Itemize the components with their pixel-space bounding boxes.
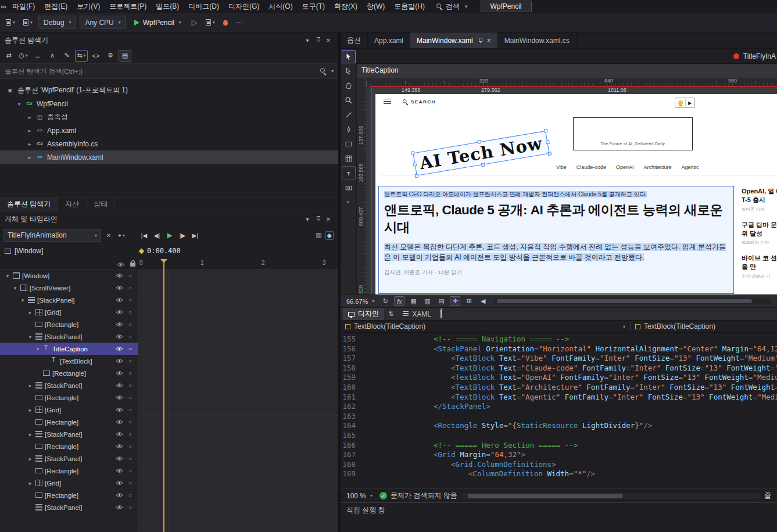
timeline-node[interactable]: ▸[StackPanel]○ — [0, 452, 138, 465]
refresh-designer-icon[interactable]: ↻ — [380, 296, 391, 306]
timeline-grid[interactable] — [138, 269, 338, 532]
camera-tool-icon[interactable] — [342, 181, 356, 194]
timeline-node[interactable]: [Rectangle]○ — [0, 440, 138, 452]
visibility-eye-icon[interactable] — [116, 480, 126, 486]
menu-item[interactable]: 파일(F) — [8, 0, 40, 13]
close-icon[interactable]: × — [487, 37, 491, 45]
artboard-nav-item[interactable]: Architecture — [643, 164, 671, 170]
visibility-eye-icon[interactable] — [116, 383, 126, 388]
animated-title-element[interactable]: AI Tech Now — [413, 131, 549, 176]
show-grid-icon[interactable]: ▦ — [408, 296, 418, 306]
timeline-node[interactable]: [Rectangle]○ — [0, 465, 138, 477]
menu-item[interactable]: 도구(T) — [298, 0, 330, 13]
selection-tool-icon[interactable] — [342, 50, 356, 63]
code-line[interactable]: 159<TextBlock Text="OpenAI" FontFamily="… — [341, 373, 777, 383]
hot-reload-button[interactable] — [221, 18, 230, 27]
opacity-dot-icon[interactable]: ○ — [128, 431, 138, 437]
member-dropdown[interactable]: TextBlock(TitleCaption) — [631, 321, 777, 332]
scope-label[interactable]: [Window] — [15, 247, 43, 255]
pending-changes-filter-icon[interactable]: ◷▾ — [17, 50, 30, 62]
timeline-node[interactable]: [Rectangle]○ — [0, 367, 138, 379]
code-line[interactable]: 165 — [341, 431, 777, 441]
opacity-dot-icon[interactable]: ○ — [128, 504, 138, 511]
timeline-node[interactable]: ▾[ScrollViewer]○ — [0, 282, 138, 294]
menu-item[interactable]: 창(W) — [362, 0, 389, 13]
resize-handle[interactable] — [413, 163, 417, 167]
expander-icon[interactable]: ▾ — [20, 297, 26, 303]
menu-item[interactable]: 서식(O) — [264, 0, 297, 13]
code-line[interactable]: 161<TextBlock Text="Agentic" FontFamily=… — [341, 393, 777, 402]
masthead-box[interactable]: The Future of AI, Delivered Daily — [573, 117, 693, 150]
visibility-eye-icon[interactable] — [116, 334, 126, 339]
solution-search-box[interactable]: ▾ — [0, 64, 338, 79]
expander-icon[interactable]: ▸ — [27, 456, 33, 462]
resize-handle[interactable] — [477, 140, 481, 144]
visibility-eye-icon[interactable] — [116, 297, 126, 303]
timeline-node[interactable]: ▸[StackPanel]○ — [0, 379, 138, 391]
effects-toggle-icon[interactable]: fx — [394, 296, 404, 306]
visibility-eye-icon[interactable] — [116, 407, 126, 412]
playhead-line[interactable] — [163, 261, 164, 532]
artboard-search[interactable]: SEARCH — [402, 99, 436, 105]
designer-zoom-combo[interactable]: 66.67%▾ — [344, 298, 377, 305]
timeline-node[interactable]: ▾[StackPanel]○ — [0, 294, 138, 306]
chevron-down-icon[interactable]: ▾ — [331, 69, 334, 74]
opacity-dot-icon[interactable]: ○ — [128, 443, 138, 450]
resize-handle[interactable] — [481, 163, 485, 167]
opacity-dot-icon[interactable]: ○ — [128, 382, 138, 389]
gridlines-icon[interactable]: ▤ — [436, 296, 446, 306]
solution-item[interactable]: ▾C#WpfPencil — [0, 97, 338, 110]
expander-icon[interactable]: ▾ — [35, 346, 41, 352]
timeline-node[interactable]: [Rectangle]○ — [0, 318, 138, 330]
layout-grid-tool-icon[interactable] — [342, 152, 356, 165]
scrollbar-thumb[interactable] — [497, 299, 752, 303]
expander-icon[interactable]: ▾ — [5, 273, 10, 279]
swap-panes-button[interactable]: ⇅ — [385, 310, 396, 318]
menu-item[interactable]: 디자인(G) — [224, 0, 264, 13]
menu-item[interactable]: 편집(E) — [40, 0, 72, 13]
panel-tab[interactable]: 상태 — [87, 197, 115, 211]
solution-item[interactable]: ▸C#AssemblyInfo.cs — [0, 137, 338, 150]
pin-icon[interactable] — [477, 37, 483, 44]
visibility-eye-icon[interactable] — [116, 358, 126, 364]
play-button[interactable]: ▶ — [165, 231, 174, 239]
opacity-dot-icon[interactable]: ○ — [128, 419, 138, 425]
storyboard-combo[interactable]: TitleFlyInAnimation ▾ — [3, 229, 101, 242]
expander-icon[interactable]: ▾ — [27, 334, 33, 340]
close-storyboard-button[interactable]: ✕ — [103, 230, 114, 240]
artboard-nav-item[interactable]: Claude-code — [577, 164, 606, 170]
designer-suggestions-badge[interactable]: ▶ — [675, 98, 695, 108]
save-all-button[interactable]: ▾ — [21, 17, 35, 27]
opacity-dot-icon[interactable]: ○ — [128, 321, 138, 328]
properties-icon[interactable]: ⚙ — [104, 50, 117, 62]
solution-item[interactable]: ▸◫종속성 — [0, 110, 338, 124]
opacity-dot-icon[interactable]: ○ — [128, 455, 138, 462]
track-active-item-icon[interactable]: ✎ — [60, 50, 73, 62]
collapse-all-icon[interactable]: ∧ — [46, 50, 59, 62]
code-line[interactable]: 168<Grid.ColumnDefinitions> — [341, 460, 777, 470]
visibility-eye-icon[interactable] — [116, 285, 126, 290]
artboard[interactable]: SEARCH ▶ The Future of AI, Delivered Dai… — [375, 94, 777, 294]
start-without-debugging-button[interactable]: ▷ — [189, 16, 200, 28]
solution-platform-combo[interactable]: Any CPU▾ — [80, 16, 126, 29]
chevron-down-icon[interactable]: ▾ — [302, 216, 313, 222]
attach-process-button[interactable]: ▾ — [203, 17, 217, 27]
editor-horizontal-scrollbar[interactable] — [462, 493, 760, 499]
document-tab[interactable]: 옵션 — [341, 33, 368, 48]
recording-dot-icon[interactable] — [733, 53, 739, 59]
type-dropdown[interactable]: TextBlock(TitleCaption) ▾ — [341, 321, 630, 332]
xaml-code-editor[interactable]: 155<!-- ===== Navigation ===== -->156<St… — [341, 333, 777, 488]
opacity-dot-icon[interactable]: ○ — [128, 394, 138, 401]
timeline-node[interactable]: ▸[Grid]○ — [0, 306, 138, 318]
timeline-node[interactable]: ▸[StackPanel]○ — [0, 428, 138, 440]
current-time-value[interactable]: 0:00.400 — [147, 247, 181, 255]
panel-tab[interactable]: 자산 — [58, 197, 87, 211]
document-tab[interactable]: MainWindow.xaml.cs — [498, 33, 577, 48]
pen-tool-icon[interactable] — [342, 123, 356, 136]
search-input[interactable] — [5, 68, 317, 75]
visibility-eye-icon[interactable] — [116, 273, 126, 278]
timeline-node[interactable]: [StackPanel]○ — [0, 501, 138, 513]
menu-item[interactable]: 빌드(B) — [151, 0, 184, 13]
immediate-window-header[interactable]: 직접 실행 창 — [341, 503, 777, 517]
visibility-eye-icon[interactable] — [116, 468, 126, 473]
